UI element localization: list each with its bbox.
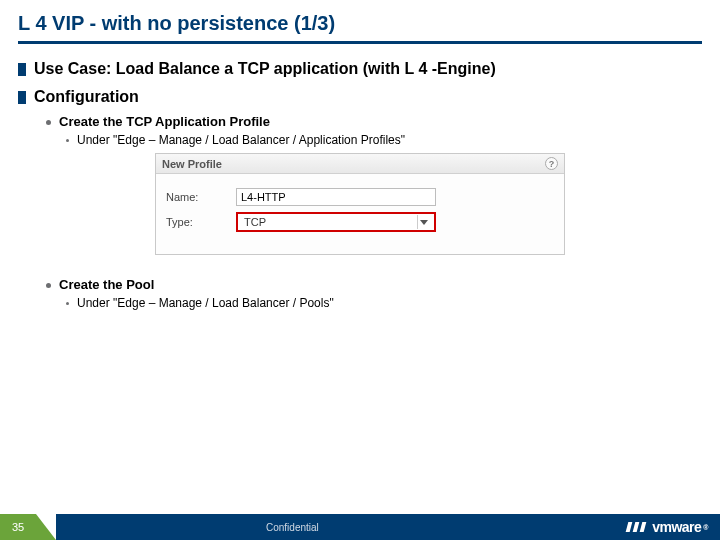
footer-triangle-icon bbox=[36, 514, 56, 540]
slide: L 4 VIP - with no persistence (1/3) Use … bbox=[0, 0, 720, 540]
bullet-config: Configuration bbox=[18, 88, 702, 106]
subsubbullet-profile-path: Under "Edge – Manage / Load Balancer / A… bbox=[66, 133, 702, 147]
subbullet-create-profile: Create the TCP Application Profile bbox=[46, 114, 702, 129]
name-input[interactable] bbox=[236, 188, 436, 206]
logo-stripe-icon bbox=[626, 522, 633, 532]
name-label: Name: bbox=[166, 191, 236, 203]
bullet-label: Configuration bbox=[34, 88, 139, 106]
confidential-label: Confidential bbox=[266, 522, 319, 533]
type-select[interactable]: TCP bbox=[236, 212, 436, 232]
footer-bar: Confidential vmware® bbox=[56, 514, 720, 540]
chevron-down-icon bbox=[417, 215, 431, 229]
embedded-dialog: New Profile ? Name: Type: TCP bbox=[155, 153, 565, 255]
subbullet-create-pool: Create the Pool bbox=[46, 277, 702, 292]
vmware-logo: vmware® bbox=[627, 519, 708, 535]
subsubbullet-label: Under "Edge – Manage / Load Balancer / P… bbox=[77, 296, 334, 310]
subsubbullet-pool-path: Under "Edge – Manage / Load Balancer / P… bbox=[66, 296, 702, 310]
dot-bullet-icon bbox=[66, 302, 69, 305]
footer: 35 Confidential vmware® bbox=[0, 514, 720, 540]
slide-title: L 4 VIP - with no persistence (1/3) bbox=[18, 12, 702, 44]
row-type: Type: TCP bbox=[166, 212, 554, 232]
dialog-header: New Profile ? bbox=[156, 154, 564, 174]
logo-stripe-icon bbox=[633, 522, 640, 532]
subbullet-label: Create the TCP Application Profile bbox=[59, 114, 270, 129]
logo-text: vmware bbox=[652, 519, 701, 535]
dot-bullet-icon bbox=[66, 139, 69, 142]
help-icon[interactable]: ? bbox=[545, 157, 558, 170]
row-name: Name: bbox=[166, 188, 554, 206]
type-value: TCP bbox=[244, 216, 266, 228]
dot-bullet-icon bbox=[46, 283, 51, 288]
dot-bullet-icon bbox=[46, 120, 51, 125]
dialog-body: Name: Type: TCP bbox=[156, 174, 564, 254]
dialog-title: New Profile bbox=[162, 158, 222, 170]
subbullet-label: Create the Pool bbox=[59, 277, 154, 292]
type-label: Type: bbox=[166, 216, 236, 228]
subsubbullet-label: Under "Edge – Manage / Load Balancer / A… bbox=[77, 133, 405, 147]
square-bullet-icon bbox=[18, 91, 26, 104]
bullet-usecase: Use Case: Load Balance a TCP application… bbox=[18, 60, 702, 78]
page-number: 35 bbox=[0, 514, 36, 540]
logo-stripe-icon bbox=[640, 522, 647, 532]
bullet-label: Use Case: Load Balance a TCP application… bbox=[34, 60, 496, 78]
square-bullet-icon bbox=[18, 63, 26, 76]
